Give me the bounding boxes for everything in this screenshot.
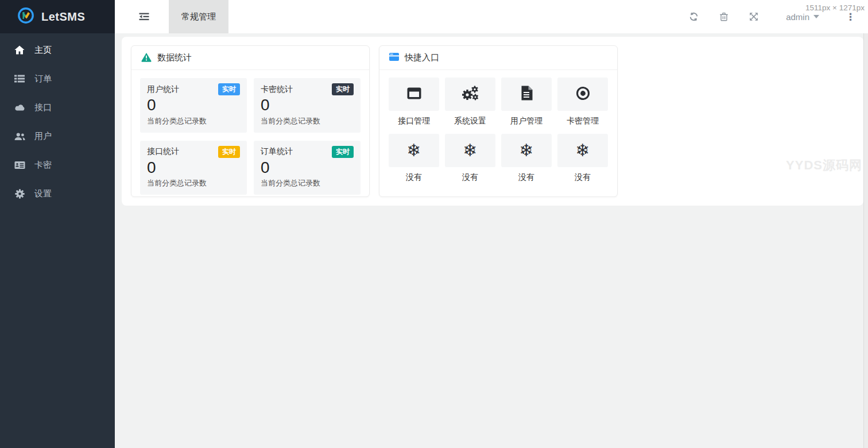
stat-value: 0 (147, 95, 240, 115)
sidebar-toggle-icon[interactable] (139, 12, 149, 21)
home-icon (14, 45, 25, 55)
quick-item-label: 没有 (389, 167, 439, 190)
api-cloud-icon (14, 103, 25, 111)
username-label: admin (786, 12, 809, 22)
trash-icon[interactable] (719, 12, 728, 21)
top-bar: 常规管理 (115, 0, 868, 33)
app-name: LetSMS (41, 10, 85, 24)
stats-card-header: 数据统计 (131, 46, 369, 70)
quick-item-api-management[interactable]: 接口管理 (389, 78, 439, 134)
letsms-logo-icon (17, 7, 34, 26)
fullscreen-expand-icon[interactable] (749, 12, 758, 21)
quick-grid: 接口管理 (379, 70, 617, 190)
quick-item-label: 没有 (557, 167, 608, 190)
window-icon (407, 87, 421, 102)
refresh-icon[interactable] (689, 12, 699, 21)
quick-item-empty[interactable]: ❄ 没有 (501, 134, 552, 190)
tab-general-management[interactable]: 常规管理 (169, 0, 228, 33)
quick-item-empty[interactable]: ❄ 没有 (389, 134, 439, 190)
quick-item-label: 用户管理 (501, 111, 552, 134)
snowflake-icon: ❄ (575, 142, 590, 159)
sidebar-item-cards[interactable]: 卡密 (0, 150, 115, 179)
stat-title: 接口统计 (147, 146, 179, 157)
stat-value: 0 (261, 158, 354, 177)
user-menu[interactable]: admin (786, 12, 819, 22)
sidebar-item-settings[interactable]: 设置 (0, 179, 115, 208)
stat-box-cards[interactable]: 卡密统计 实时 0 当前分类总记录数 (254, 78, 361, 133)
stat-box-orders[interactable]: 订单统计 实时 0 当前分类总记录数 (254, 141, 361, 195)
caret-down-icon (813, 15, 819, 18)
stat-desc: 当前分类总记录数 (261, 116, 354, 126)
users-icon (14, 132, 25, 141)
sidebar-item-label: 接口 (34, 102, 52, 113)
snowflake-icon: ❄ (519, 142, 533, 159)
quick-item-label: 没有 (501, 167, 552, 190)
sidebar-item-label: 订单 (34, 74, 52, 84)
stat-title: 卡密统计 (261, 84, 293, 95)
snowflake-icon: ❄ (406, 142, 421, 159)
vertical-scrollbar[interactable] (863, 33, 868, 448)
stat-value: 0 (261, 95, 354, 115)
quick-entry-card: 快捷入口 接口管理 (379, 45, 618, 197)
card-key-icon (14, 161, 25, 169)
sidebar-item-label: 主页 (34, 45, 52, 56)
topbar-actions: admin ⋮ (689, 12, 868, 22)
stat-title: 用户统计 (147, 84, 179, 95)
sidebar-item-label: 卡密 (34, 160, 52, 171)
stats-card-title: 数据统计 (157, 52, 192, 63)
app-logo[interactable]: LetSMS (0, 0, 115, 33)
stat-desc: 当前分类总记录数 (147, 116, 240, 126)
quick-card-title: 快捷入口 (405, 52, 439, 63)
quick-card-header: 快捷入口 (379, 46, 617, 70)
quick-item-empty[interactable]: ❄ 没有 (557, 134, 608, 190)
sidebar: LetSMS 主页 订单 (0, 0, 115, 448)
dot-circle-icon (576, 86, 590, 103)
quick-item-card-management[interactable]: 卡密管理 (557, 78, 608, 134)
stat-box-api[interactable]: 接口统计 实时 0 当前分类总记录数 (140, 141, 247, 195)
viewport-size-badge: 1511px × 1271px (805, 3, 865, 12)
content-area: 数据统计 用户统计 实时 0 当前分类总记录数 卡密统计 实 (115, 33, 868, 448)
quick-item-user-management[interactable]: 用户管理 (501, 78, 552, 134)
quick-item-label: 接口管理 (389, 111, 439, 134)
sidebar-nav: 主页 订单 接口 (0, 33, 115, 208)
stat-value: 0 (147, 158, 240, 177)
file-icon (520, 86, 533, 103)
realtime-badge: 实时 (332, 83, 354, 95)
warning-triangle-icon (141, 52, 152, 64)
stats-card: 数据统计 用户统计 实时 0 当前分类总记录数 卡密统计 实 (131, 45, 370, 197)
more-options-kebab-icon[interactable]: ⋮ (846, 12, 855, 22)
cogs-icon (462, 86, 479, 103)
stat-desc: 当前分类总记录数 (261, 178, 354, 188)
stat-desc: 当前分类总记录数 (147, 178, 240, 188)
sidebar-item-orders[interactable]: 订单 (0, 64, 115, 93)
quick-item-label: 没有 (445, 167, 495, 190)
window-blue-icon (389, 53, 399, 63)
sidebar-item-label: 用户 (34, 131, 52, 142)
realtime-badge: 实时 (218, 83, 240, 95)
content-panel: 数据统计 用户统计 实时 0 当前分类总记录数 卡密统计 实 (122, 37, 863, 206)
realtime-badge: 实时 (218, 146, 240, 158)
sidebar-item-label: 设置 (34, 188, 52, 199)
stats-grid: 用户统计 实时 0 当前分类总记录数 卡密统计 实时 0 当前分类总记录数 (131, 70, 369, 203)
quick-item-empty[interactable]: ❄ 没有 (445, 134, 495, 190)
settings-gear-icon (14, 189, 25, 199)
orders-list-icon (14, 74, 25, 83)
snowflake-icon: ❄ (463, 142, 477, 159)
stat-box-users[interactable]: 用户统计 实时 0 当前分类总记录数 (140, 78, 247, 133)
quick-item-label: 系统设置 (445, 111, 495, 134)
sidebar-item-home[interactable]: 主页 (0, 36, 115, 64)
quick-item-system-settings[interactable]: 系统设置 (445, 78, 495, 134)
stat-title: 订单统计 (261, 146, 293, 157)
sidebar-item-users[interactable]: 用户 (0, 122, 115, 150)
realtime-badge: 实时 (332, 146, 354, 158)
quick-item-label: 卡密管理 (557, 111, 608, 134)
sidebar-item-api[interactable]: 接口 (0, 93, 115, 122)
main-area: 常规管理 (115, 0, 868, 448)
